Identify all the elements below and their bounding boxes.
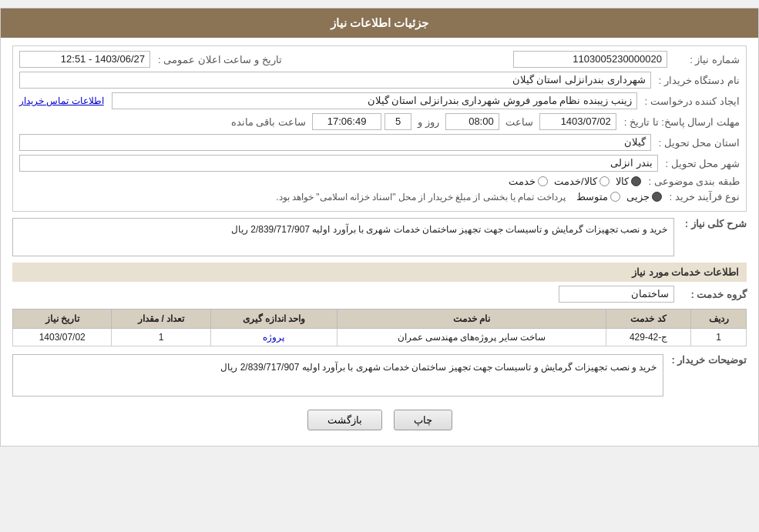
row-shomara-tarikh: شماره نیاز : 1103005230000020 تاریخ و سا… bbox=[19, 51, 740, 68]
shomara-niaz-label: شماره نیاز : bbox=[670, 54, 740, 65]
content-area: شماره نیاز : 1103005230000020 تاریخ و سا… bbox=[1, 38, 758, 446]
shahr-label: شهر محل تحویل : bbox=[661, 158, 740, 169]
sharh-label: شرح کلی نیاز : bbox=[677, 218, 747, 229]
page-wrapper: جزئیات اطلاعات نیاز شماره نیاز : 1103005… bbox=[0, 8, 759, 447]
farayand-desc: پرداخت تمام یا بخشی از مبلغ خریدار از مح… bbox=[276, 192, 565, 202]
radio-kala-khedmat-item: کالا/خدمت bbox=[554, 176, 610, 187]
row-shahr: شهر محل تحویل : بندر انزلی bbox=[19, 155, 740, 172]
tarikh-label: تاریخ و ساعت اعلان عمومی : bbox=[153, 54, 282, 65]
row-sharh: شرح کلی نیاز : خرید و نصب تجهیزات گرمایش… bbox=[12, 218, 747, 256]
shahr-value: بندر انزلی bbox=[19, 155, 658, 172]
col-unit: واحد اندازه گیری bbox=[210, 309, 337, 329]
contact-link[interactable]: اطلاعات تماس خریدار bbox=[19, 95, 104, 106]
main-info-section: شماره نیاز : 1103005230000020 تاریخ و سا… bbox=[12, 45, 747, 212]
radio-kala-item: کالا bbox=[616, 176, 641, 187]
tabaqe-label: طبقه بندی موضوعی : bbox=[644, 176, 740, 187]
tosifat-label: توضیحات خریدار : bbox=[667, 354, 747, 366]
services-table: ردیف کد خدمت نام خدمت واحد اندازه گیری ت… bbox=[12, 309, 747, 346]
mohlat-roz-label: روز و bbox=[418, 116, 439, 128]
radio-kala-khedmat-label: کالا/خدمت bbox=[554, 176, 597, 187]
tosifat-value: خرید و نصب تجهیزات گرمایش و تاسیسات جهت … bbox=[12, 354, 663, 396]
row-ostan: استان محل تحویل : گیلان bbox=[19, 134, 740, 151]
mohlat-baqi-label: ساعت باقی مانده bbox=[231, 116, 306, 128]
ijad-konande-value: زینب زیبنده نظام مامور فروش شهرداری بندر… bbox=[112, 92, 637, 109]
button-bar: چاپ بازگشت bbox=[12, 400, 747, 438]
row-mohlat: مهلت ارسال پاسخ: تا تاریخ : 1403/07/02 س… bbox=[19, 113, 740, 130]
row-nooa-farayand: نوع فرآیند خرید : جزیی متوسط پرداخت تمام… bbox=[19, 191, 740, 202]
col-count: تعداد / مقدار bbox=[112, 309, 210, 329]
col-date: تاریخ نیاز bbox=[13, 309, 112, 329]
radio-khedmat-item: خدمت bbox=[509, 176, 548, 187]
row-gorohe-khedmat: گروه خدمت : ساختمان bbox=[12, 286, 747, 303]
radio-mootasat-item: متوسط bbox=[576, 191, 620, 202]
gorohe-khedmat-value: ساختمان bbox=[559, 286, 674, 303]
row-nam-dastgah: نام دستگاه خریدار : شهرداری بندرانزلی اس… bbox=[19, 72, 740, 89]
tabaqe-radio-group: کالا کالا/خدمت خدمت bbox=[509, 176, 641, 187]
mohlat-saat-label: ساعت bbox=[505, 116, 533, 128]
gorohe-khedmat-label: گروه خدمت : bbox=[677, 289, 747, 300]
row-tosifat: توضیحات خریدار : خرید و نصب تجهیزات گرما… bbox=[12, 354, 747, 396]
khedamat-section-title: اطلاعات خدمات مورد نیاز bbox=[12, 263, 747, 282]
tarikh-value: 1403/06/27 - 12:51 bbox=[19, 51, 150, 68]
mohlat-baqi-value: 17:06:49 bbox=[312, 113, 381, 130]
shomara-niaz-value: 1103005230000020 bbox=[513, 51, 667, 68]
radio-mootasat-circle bbox=[610, 192, 620, 202]
ostan-value: گیلان bbox=[19, 134, 651, 151]
back-button[interactable]: بازگشت bbox=[307, 410, 382, 430]
ijad-konande-label: ایجاد کننده درخواست : bbox=[640, 95, 740, 107]
page-title: جزئیات اطلاعات نیاز bbox=[331, 16, 428, 29]
nooa-farayand-label: نوع فرآیند خرید : bbox=[665, 191, 740, 202]
radio-jozii-item: جزیی bbox=[626, 191, 662, 202]
mohlat-saat-value: 08:00 bbox=[445, 113, 499, 130]
radio-kala-label: کالا bbox=[616, 176, 629, 187]
col-radif: ردیف bbox=[691, 309, 747, 329]
col-code: کد خدمت bbox=[606, 309, 691, 329]
radio-mootasat-label: متوسط bbox=[576, 191, 608, 202]
radio-khedmat-label: خدمت bbox=[509, 176, 536, 187]
col-name: نام خدمت bbox=[338, 309, 606, 329]
page-header: جزئیات اطلاعات نیاز bbox=[1, 8, 758, 38]
row-tabaqe: طبقه بندی موضوعی : کالا کالا/خدمت خدمت bbox=[19, 176, 740, 187]
nam-dastgah-value: شهرداری بندرانزلی استان گیلان bbox=[19, 72, 651, 89]
services-table-section: ردیف کد خدمت نام خدمت واحد اندازه گیری ت… bbox=[12, 309, 747, 346]
radio-kala-khedmat-circle bbox=[599, 176, 610, 186]
radio-jozii-label: جزیی bbox=[626, 191, 650, 202]
table-row: 1ج-42-429ساخت سایر پروژه‌های مهندسی عمرا… bbox=[13, 329, 747, 346]
mohlat-label: مهلت ارسال پاسخ: تا تاریخ : bbox=[620, 116, 740, 128]
radio-jozii-circle bbox=[652, 192, 662, 202]
row-ijad-konande: ایجاد کننده درخواست : زینب زیبنده نظام م… bbox=[19, 92, 740, 109]
mohlat-date: 1403/07/02 bbox=[539, 113, 616, 130]
print-button[interactable]: چاپ bbox=[394, 410, 452, 430]
ostan-label: استان محل تحویل : bbox=[654, 137, 740, 149]
nam-dastgah-label: نام دستگاه خریدار : bbox=[654, 75, 740, 86]
radio-khedmat-circle bbox=[538, 176, 548, 186]
mohlat-roz-value: 5 bbox=[385, 113, 411, 130]
sharh-value: خرید و نصب تجهیزات گرمایش و تاسیسات جهت … bbox=[12, 218, 674, 256]
radio-kala-circle bbox=[631, 176, 641, 186]
farayand-radio-group: جزیی متوسط bbox=[576, 191, 662, 202]
